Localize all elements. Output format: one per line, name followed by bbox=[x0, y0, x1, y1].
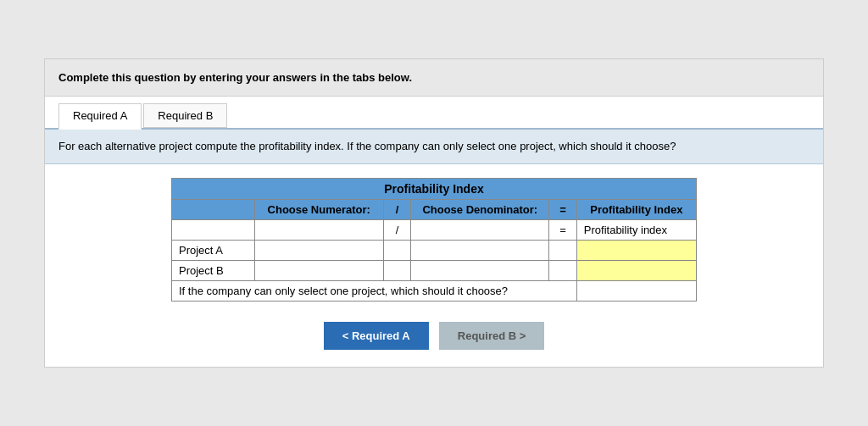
project-b-row: Project B bbox=[172, 260, 697, 280]
tabs-row: Required A Required B bbox=[45, 97, 823, 130]
last-row-answer-cell bbox=[576, 280, 696, 301]
empty-header bbox=[172, 199, 255, 219]
project-b-eq bbox=[549, 260, 577, 280]
question-text: For each alternative project compute the… bbox=[58, 140, 676, 152]
subheader-row: / = Profitability index bbox=[172, 219, 697, 240]
required-b-button[interactable]: Required B > bbox=[439, 322, 545, 350]
main-header-cell: Profitability Index bbox=[172, 178, 697, 199]
pi-header: Profitability Index bbox=[576, 199, 696, 219]
profitability-index-table: Profitability Index Choose Numerator: / … bbox=[171, 178, 697, 302]
project-b-slash bbox=[383, 260, 411, 280]
project-b-denom-cell bbox=[411, 260, 549, 280]
subheader-eq: = bbox=[549, 219, 577, 240]
footer-buttons: < Required A Required B > bbox=[58, 315, 810, 350]
subheader-denom-input[interactable] bbox=[418, 224, 542, 236]
content-area: Profitability Index Choose Numerator: / … bbox=[45, 164, 823, 367]
project-b-denom-input[interactable] bbox=[418, 265, 542, 277]
equals-header: = bbox=[549, 199, 577, 219]
last-row: If the company can only select one proje… bbox=[172, 280, 697, 301]
main-container: Complete this question by entering your … bbox=[44, 58, 824, 368]
project-a-pi-input[interactable] bbox=[584, 245, 689, 257]
subheader-slash: / bbox=[383, 219, 411, 240]
project-b-label: Project B bbox=[172, 260, 255, 280]
instruction-bar: Complete this question by entering your … bbox=[45, 59, 823, 97]
project-b-num-cell bbox=[254, 260, 383, 280]
project-a-num-cell bbox=[254, 240, 383, 260]
subheader-num-input[interactable] bbox=[262, 224, 376, 236]
project-a-row: Project A bbox=[172, 240, 697, 260]
question-bar: For each alternative project compute the… bbox=[45, 130, 823, 164]
project-a-eq bbox=[549, 240, 577, 260]
subheader-pi-label: Profitability index bbox=[584, 224, 667, 236]
subheader-pi-cell: Profitability index bbox=[576, 219, 696, 240]
project-b-pi-input[interactable] bbox=[584, 265, 689, 277]
project-a-label: Project A bbox=[172, 240, 255, 260]
choose-numerator-header: Choose Numerator: bbox=[254, 199, 383, 219]
subheader-denom-cell bbox=[411, 219, 549, 240]
table-header-row-2: Choose Numerator: / Choose Denominator: … bbox=[172, 199, 697, 219]
project-b-pi-cell bbox=[576, 260, 696, 280]
project-b-num-input[interactable] bbox=[262, 265, 376, 277]
project-a-pi-cell bbox=[576, 240, 696, 260]
project-a-num-input[interactable] bbox=[262, 245, 376, 257]
required-a-button[interactable]: < Required A bbox=[324, 322, 429, 350]
choose-denominator-header: Choose Denominator: bbox=[411, 199, 549, 219]
tab-required-a[interactable]: Required A bbox=[58, 103, 142, 130]
last-row-question: If the company can only select one proje… bbox=[172, 280, 577, 301]
subheader-num-cell bbox=[254, 219, 383, 240]
instruction-text: Complete this question by entering your … bbox=[58, 71, 412, 84]
last-row-answer-input[interactable] bbox=[584, 285, 689, 297]
project-a-slash bbox=[383, 240, 411, 260]
project-a-denom-input[interactable] bbox=[418, 245, 542, 257]
project-a-denom-cell bbox=[411, 240, 549, 260]
table-header-row-1: Profitability Index bbox=[172, 178, 697, 199]
slash-header: / bbox=[383, 199, 411, 219]
tab-required-b[interactable]: Required B bbox=[143, 103, 227, 128]
table-wrapper: Profitability Index Choose Numerator: / … bbox=[58, 178, 810, 302]
subheader-empty bbox=[172, 219, 255, 240]
